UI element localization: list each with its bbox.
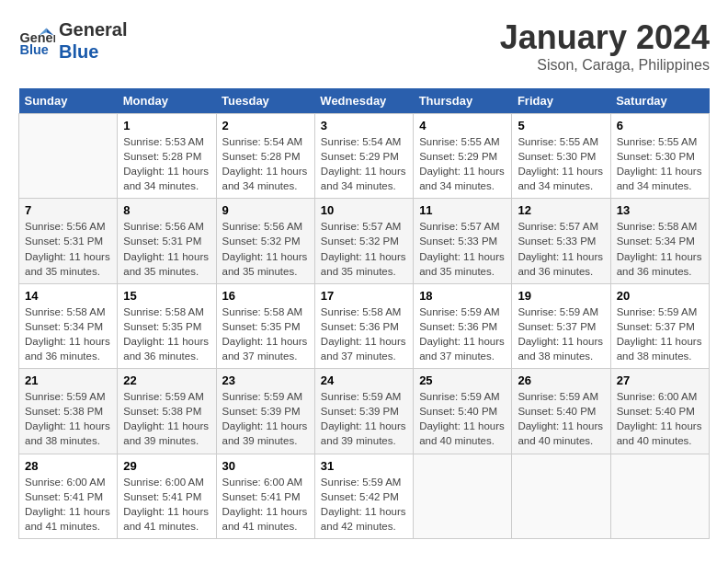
calendar-cell: 1Sunrise: 5:53 AMSunset: 5:28 PMDaylight… [118, 114, 216, 199]
day-info: Sunrise: 5:59 AMSunset: 5:39 PMDaylight:… [222, 389, 309, 448]
subtitle: Sison, Caraga, Philippines [500, 57, 710, 74]
day-info: Sunrise: 5:57 AMSunset: 5:33 PMDaylight:… [518, 219, 604, 278]
day-info: Sunrise: 5:59 AMSunset: 5:39 PMDaylight:… [321, 389, 407, 448]
day-header-wednesday: Wednesday [314, 88, 413, 114]
day-info: Sunrise: 6:00 AMSunset: 5:40 PMDaylight:… [617, 389, 703, 448]
day-number: 1 [123, 119, 210, 132]
day-info: Sunrise: 5:59 AMSunset: 5:42 PMDaylight:… [321, 475, 407, 534]
day-number: 7 [25, 203, 111, 217]
day-number: 23 [222, 373, 309, 387]
day-info: Sunrise: 5:53 AMSunset: 5:28 PMDaylight:… [123, 134, 210, 193]
calendar-cell: 2Sunrise: 5:54 AMSunset: 5:28 PMDaylight… [216, 114, 314, 199]
calendar-cell: 3Sunrise: 5:54 AMSunset: 5:29 PMDaylight… [314, 114, 413, 199]
day-info: Sunrise: 5:54 AMSunset: 5:28 PMDaylight:… [222, 134, 309, 193]
day-number: 17 [321, 289, 407, 303]
day-info: Sunrise: 5:58 AMSunset: 5:34 PMDaylight:… [617, 219, 703, 278]
calendar-cell: 27Sunrise: 6:00 AMSunset: 5:40 PMDayligh… [610, 369, 709, 454]
calendar-cell: 14Sunrise: 5:58 AMSunset: 5:34 PMDayligh… [19, 283, 118, 368]
day-info: Sunrise: 5:59 AMSunset: 5:40 PMDaylight:… [419, 389, 506, 448]
day-number: 2 [222, 119, 309, 132]
day-info: Sunrise: 5:54 AMSunset: 5:29 PMDaylight:… [321, 134, 407, 193]
calendar-cell: 4Sunrise: 5:55 AMSunset: 5:29 PMDaylight… [414, 114, 512, 199]
day-header-sunday: Sunday [19, 88, 118, 114]
calendar-week-row: 21Sunrise: 5:59 AMSunset: 5:38 PMDayligh… [19, 369, 710, 454]
logo-icon: General Blue [18, 22, 55, 59]
calendar-cell [414, 454, 512, 538]
day-number: 18 [419, 289, 506, 303]
day-info: Sunrise: 5:59 AMSunset: 5:37 PMDaylight:… [617, 304, 703, 363]
day-number: 8 [123, 203, 210, 217]
day-number: 28 [25, 459, 111, 473]
calendar-cell: 30Sunrise: 6:00 AMSunset: 5:41 PMDayligh… [216, 454, 314, 538]
day-number: 14 [25, 289, 111, 303]
day-header-tuesday: Tuesday [216, 88, 314, 114]
calendar-cell: 31Sunrise: 5:59 AMSunset: 5:42 PMDayligh… [314, 454, 413, 538]
calendar-header-row: SundayMondayTuesdayWednesdayThursdayFrid… [19, 88, 710, 114]
day-info: Sunrise: 5:56 AMSunset: 5:31 PMDaylight:… [25, 219, 111, 278]
day-info: Sunrise: 6:00 AMSunset: 5:41 PMDaylight:… [123, 475, 210, 534]
day-number: 16 [222, 289, 309, 303]
calendar-cell: 7Sunrise: 5:56 AMSunset: 5:31 PMDaylight… [19, 199, 118, 283]
day-info: Sunrise: 5:59 AMSunset: 5:38 PMDaylight:… [123, 389, 210, 448]
calendar-cell: 19Sunrise: 5:59 AMSunset: 5:37 PMDayligh… [512, 283, 610, 368]
day-number: 12 [518, 203, 604, 217]
day-number: 15 [123, 289, 210, 303]
day-number: 11 [419, 203, 506, 217]
day-info: Sunrise: 5:59 AMSunset: 5:40 PMDaylight:… [518, 389, 604, 448]
calendar-week-row: 28Sunrise: 6:00 AMSunset: 5:41 PMDayligh… [19, 454, 710, 538]
title-block: January 2024 Sison, Caraga, Philippines [500, 18, 710, 74]
calendar-table: SundayMondayTuesdayWednesdayThursdayFrid… [18, 88, 710, 539]
day-info: Sunrise: 5:59 AMSunset: 5:38 PMDaylight:… [25, 389, 111, 448]
day-info: Sunrise: 5:58 AMSunset: 5:36 PMDaylight:… [321, 304, 407, 363]
day-info: Sunrise: 5:59 AMSunset: 5:37 PMDaylight:… [518, 304, 604, 363]
day-number: 6 [617, 119, 703, 132]
logo: General Blue General Blue [18, 18, 127, 63]
calendar-cell: 11Sunrise: 5:57 AMSunset: 5:33 PMDayligh… [414, 199, 512, 283]
calendar-cell: 24Sunrise: 5:59 AMSunset: 5:39 PMDayligh… [314, 369, 413, 454]
day-number: 27 [617, 373, 703, 387]
day-number: 19 [518, 289, 604, 303]
day-info: Sunrise: 6:00 AMSunset: 5:41 PMDaylight:… [222, 475, 309, 534]
calendar-cell: 6Sunrise: 5:55 AMSunset: 5:30 PMDaylight… [610, 114, 709, 199]
day-number: 9 [222, 203, 309, 217]
day-info: Sunrise: 5:55 AMSunset: 5:30 PMDaylight:… [617, 134, 703, 193]
day-number: 3 [321, 119, 407, 132]
day-number: 5 [518, 119, 604, 132]
day-number: 21 [25, 373, 111, 387]
day-info: Sunrise: 5:57 AMSunset: 5:33 PMDaylight:… [419, 219, 506, 278]
day-number: 30 [222, 459, 309, 473]
day-header-saturday: Saturday [610, 88, 709, 114]
calendar-cell: 13Sunrise: 5:58 AMSunset: 5:34 PMDayligh… [610, 199, 709, 283]
calendar-week-row: 7Sunrise: 5:56 AMSunset: 5:31 PMDaylight… [19, 199, 710, 283]
calendar-cell: 22Sunrise: 5:59 AMSunset: 5:38 PMDayligh… [118, 369, 216, 454]
calendar-cell: 17Sunrise: 5:58 AMSunset: 5:36 PMDayligh… [314, 283, 413, 368]
day-number: 13 [617, 203, 703, 217]
calendar-week-row: 1Sunrise: 5:53 AMSunset: 5:28 PMDaylight… [19, 114, 710, 199]
day-info: Sunrise: 5:55 AMSunset: 5:30 PMDaylight:… [518, 134, 604, 193]
day-number: 25 [419, 373, 506, 387]
day-info: Sunrise: 5:58 AMSunset: 5:35 PMDaylight:… [222, 304, 309, 363]
day-header-thursday: Thursday [414, 88, 512, 114]
calendar-cell: 5Sunrise: 5:55 AMSunset: 5:30 PMDaylight… [512, 114, 610, 199]
calendar-cell: 16Sunrise: 5:58 AMSunset: 5:35 PMDayligh… [216, 283, 314, 368]
day-number: 29 [123, 459, 210, 473]
calendar-cell: 28Sunrise: 6:00 AMSunset: 5:41 PMDayligh… [19, 454, 118, 538]
day-header-monday: Monday [118, 88, 216, 114]
calendar-cell [19, 114, 118, 199]
calendar-cell: 23Sunrise: 5:59 AMSunset: 5:39 PMDayligh… [216, 369, 314, 454]
main-title: January 2024 [500, 18, 710, 57]
calendar-cell: 20Sunrise: 5:59 AMSunset: 5:37 PMDayligh… [610, 283, 709, 368]
calendar-cell: 18Sunrise: 5:59 AMSunset: 5:36 PMDayligh… [414, 283, 512, 368]
page-header: General Blue General Blue January 2024 S… [18, 18, 710, 74]
day-number: 24 [321, 373, 407, 387]
calendar-cell: 26Sunrise: 5:59 AMSunset: 5:40 PMDayligh… [512, 369, 610, 454]
day-number: 31 [321, 459, 407, 473]
calendar-cell: 12Sunrise: 5:57 AMSunset: 5:33 PMDayligh… [512, 199, 610, 283]
calendar-cell: 8Sunrise: 5:56 AMSunset: 5:31 PMDaylight… [118, 199, 216, 283]
logo-blue: Blue [59, 40, 127, 63]
calendar-cell [610, 454, 709, 538]
calendar-cell: 9Sunrise: 5:56 AMSunset: 5:32 PMDaylight… [216, 199, 314, 283]
day-info: Sunrise: 5:56 AMSunset: 5:31 PMDaylight:… [123, 219, 210, 278]
calendar-cell: 10Sunrise: 5:57 AMSunset: 5:32 PMDayligh… [314, 199, 413, 283]
day-number: 22 [123, 373, 210, 387]
